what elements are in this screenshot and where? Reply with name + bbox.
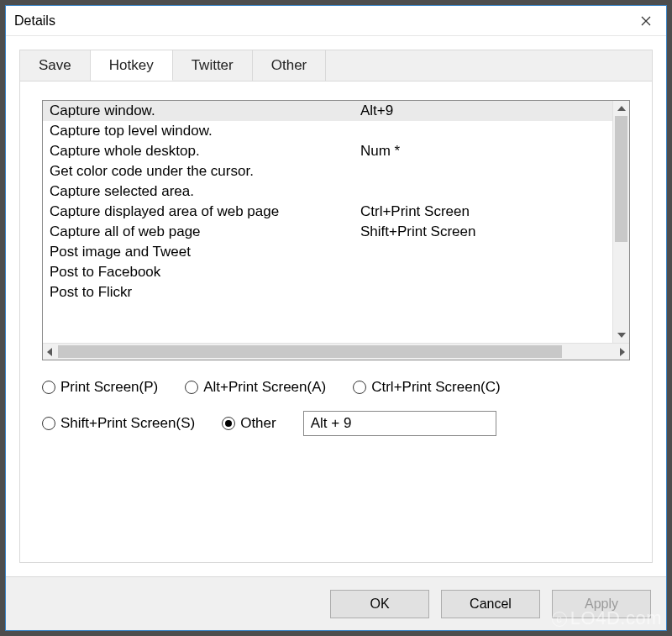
radio-label: Alt+Print Screen(A) [203,379,326,396]
listbox-rows[interactable]: Capture window.Alt+9Capture top level wi… [43,101,612,343]
radio-icon [42,417,55,430]
cancel-button[interactable]: Cancel [441,590,540,618]
list-row[interactable]: Post to Flickr [43,282,612,302]
row-description: Capture selected area. [50,183,360,200]
hotkey-panel: Capture window.Alt+9Capture top level wi… [19,81,653,563]
hotkey-radio-group: Print Screen(P) Alt+Print Screen(A) Ctrl… [42,379,630,451]
row-description: Capture whole desktop. [50,143,360,160]
listbox-body: Capture window.Alt+9Capture top level wi… [43,101,629,343]
tab-hotkey[interactable]: Hotkey [91,50,173,81]
titlebar: Details [6,6,666,36]
row-description: Post image and Tweet [50,244,360,260]
row-hotkey: Shift+Print Screen [360,223,609,240]
tab-filler [326,50,652,81]
radio-label: Print Screen(P) [60,379,158,396]
close-icon [641,16,651,26]
tab-label: Twitter [192,57,234,74]
radio-icon [185,381,198,394]
list-row[interactable]: Capture selected area. [43,181,612,202]
hotkey-input[interactable] [303,411,496,436]
row-description: Capture displayed area of web page [50,203,360,220]
list-row[interactable]: Post image and Tweet [43,242,612,262]
hotkey-listbox: Capture window.Alt+9Capture top level wi… [42,100,630,360]
radio-label: Shift+Print Screen(S) [60,415,195,432]
row-description: Capture top level window. [50,123,360,139]
scrollbar-thumb[interactable] [58,345,562,358]
button-label: Cancel [470,597,512,612]
tab-label: Hotkey [109,57,154,74]
button-label: OK [370,597,389,612]
scrollbar-thumb[interactable] [615,116,627,242]
tab-twitter[interactable]: Twitter [173,50,253,81]
radio-icon [42,381,55,394]
row-description: Capture window. [50,102,360,119]
list-row[interactable]: Capture window.Alt+9 [43,101,612,121]
row-hotkey [360,183,609,200]
tab-label: Other [271,57,307,74]
tab-other[interactable]: Other [253,50,327,81]
row-hotkey: Ctrl+Print Screen [360,203,609,220]
radio-other[interactable]: Other [222,415,276,432]
row-hotkey [360,264,609,281]
radio-print-screen[interactable]: Print Screen(P) [42,379,158,396]
ok-button[interactable]: OK [330,590,429,618]
details-dialog: Details Save Hotkey Twitter Other Captur… [5,5,667,631]
vertical-scrollbar[interactable] [612,101,629,343]
radio-icon [222,417,235,430]
tab-save[interactable]: Save [20,50,91,81]
dialog-content: Save Hotkey Twitter Other Capture window… [6,36,666,576]
row-hotkey [360,123,609,139]
list-row[interactable]: Capture whole desktop.Num * [43,141,612,161]
watermark: cLO4D.com [552,607,662,629]
watermark-text: LO4D.com [570,607,662,628]
row-hotkey: Num * [360,143,609,160]
radio-label: Other [240,415,276,432]
radio-alt-print-screen[interactable]: Alt+Print Screen(A) [185,379,326,396]
tab-label: Save [39,57,71,74]
row-hotkey: Alt+9 [360,102,609,119]
list-row[interactable]: Capture top level window. [43,121,612,141]
row-hotkey [360,244,609,260]
list-row[interactable]: Post to Facebook [43,262,612,282]
row-hotkey [360,284,609,301]
list-row[interactable]: Capture all of web pageShift+Print Scree… [43,222,612,242]
row-description: Post to Flickr [50,284,360,301]
row-hotkey [360,163,609,180]
row-description: Capture all of web page [50,223,360,240]
horizontal-scrollbar[interactable] [43,343,629,360]
list-row[interactable]: Capture displayed area of web pageCtrl+P… [43,202,612,222]
row-description: Get color code under the cursor. [50,163,360,180]
close-button[interactable] [626,6,666,36]
radio-ctrl-print-screen[interactable]: Ctrl+Print Screen(C) [353,379,501,396]
radio-icon [353,381,366,394]
window-title: Details [14,13,55,29]
copyright-icon: c [552,612,567,627]
row-description: Post to Facebook [50,264,360,281]
list-row[interactable]: Get color code under the cursor. [43,161,612,181]
radio-label: Ctrl+Print Screen(C) [371,379,501,396]
tabbar: Save Hotkey Twitter Other [19,50,653,81]
radio-shift-print-screen[interactable]: Shift+Print Screen(S) [42,415,195,432]
